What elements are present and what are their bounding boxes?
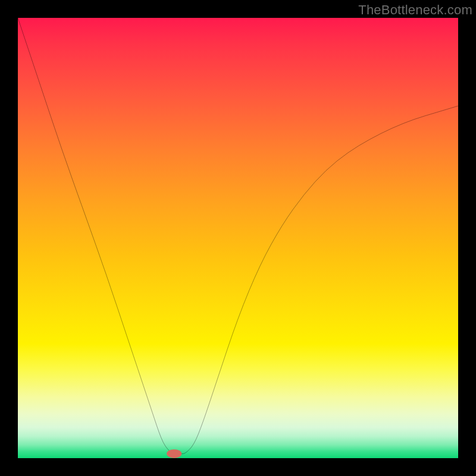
watermark-text: TheBottleneck.com xyxy=(358,2,472,18)
curve-line xyxy=(18,18,458,454)
plot-area xyxy=(18,18,458,458)
chart-svg xyxy=(18,18,458,458)
minimum-marker xyxy=(167,449,181,458)
chart-frame: TheBottleneck.com xyxy=(0,0,476,476)
